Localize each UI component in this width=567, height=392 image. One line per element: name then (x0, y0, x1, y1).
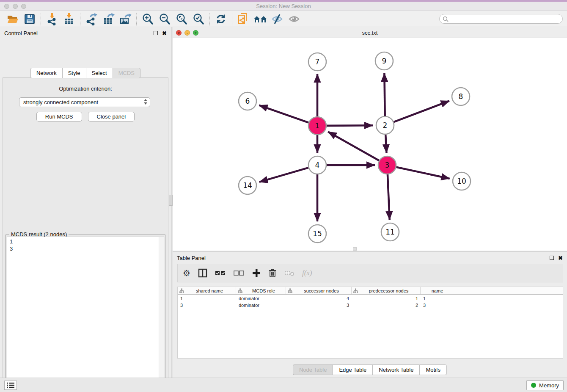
eye-slash-icon (271, 13, 284, 25)
add-column-button[interactable] (252, 267, 261, 279)
column-namespace-icon (179, 288, 184, 293)
edge-4-14[interactable] (259, 168, 308, 182)
function-builder-button[interactable]: f(x) (302, 267, 312, 279)
criterion-value: strongly connected component (23, 99, 98, 105)
columns-icon (198, 268, 207, 278)
splitter-grip[interactable] (169, 195, 173, 206)
column-namespace-icon (353, 288, 358, 293)
zoom-fit-button[interactable] (173, 12, 190, 26)
edge-2-3[interactable] (385, 135, 386, 153)
save-session-button[interactable] (21, 12, 38, 26)
toolbar-separator (41, 13, 41, 25)
optimization-criterion-label: Optimization criterion: (3, 86, 168, 92)
titlebar-accent (0, 0, 567, 2)
export-network-button[interactable] (83, 12, 100, 26)
edge-1-6[interactable] (259, 105, 308, 123)
task-history-button[interactable] (4, 381, 17, 390)
criterion-select[interactable]: strongly connected component (19, 97, 150, 107)
node-label-7: 7 (315, 58, 320, 66)
tab-edge-table[interactable]: Edge Table (333, 364, 372, 375)
cell-predecessor-nodes: 1 (352, 296, 421, 301)
zoom-out-icon (158, 13, 171, 25)
table-row[interactable]: 3 dominator 3 2 3 (178, 302, 563, 309)
column-header-shared-name[interactable]: shared name (178, 287, 236, 294)
toggle-columns-button[interactable] (198, 267, 207, 279)
mcds-result-line: 1 (10, 238, 164, 245)
close-table-panel-icon[interactable]: ✖ (558, 255, 563, 261)
tab-select[interactable]: Select (86, 68, 113, 78)
unchecked-boxes-icon (234, 270, 245, 276)
tab-motifs[interactable]: Motifs (419, 364, 447, 375)
column-header-predecessor-nodes[interactable]: predecessor nodes (352, 287, 421, 294)
node-label-6: 6 (245, 97, 250, 105)
canvas-resize-handle[interactable] (353, 247, 357, 251)
deselect-all-button[interactable] (234, 267, 245, 279)
hide-panels-button[interactable] (269, 12, 286, 26)
node-label-3: 3 (385, 161, 390, 169)
import-table-button[interactable] (61, 12, 77, 26)
search-input[interactable] (451, 16, 562, 22)
zoom-out-button[interactable] (156, 12, 173, 26)
node-label-9: 9 (382, 57, 387, 65)
edge-2-8[interactable] (394, 101, 449, 122)
float-panel-icon[interactable] (154, 31, 158, 35)
node-label-15: 15 (313, 229, 322, 238)
edge-3-1[interactable] (328, 132, 379, 160)
network-graph[interactable]: 7968124314101511 (173, 38, 567, 251)
export-table-button[interactable] (100, 12, 117, 26)
memory-button[interactable]: Memory (526, 380, 564, 390)
node-label-11: 11 (385, 228, 395, 236)
select-all-button[interactable] (215, 267, 226, 279)
column-header-name[interactable]: name (421, 287, 456, 294)
tab-network-table[interactable]: Network Table (372, 364, 419, 375)
close-panel-icon[interactable]: ✖ (162, 30, 167, 36)
edge-3-10[interactable] (396, 167, 450, 179)
network-window-titlebar[interactable]: x - + scc.txt (173, 27, 567, 38)
node-label-10: 10 (457, 177, 466, 185)
home-houses-icon (253, 13, 267, 25)
node-table[interactable]: shared name MCDS role successor nodes pr… (177, 287, 563, 359)
table-settings-button[interactable]: ⚙ (183, 267, 190, 279)
column-namespace-icon (288, 288, 292, 293)
tab-style[interactable]: Style (62, 68, 86, 78)
float-table-panel-icon[interactable] (550, 256, 554, 260)
export-image-button[interactable] (117, 12, 134, 26)
close-panel-button[interactable]: Close panel (88, 112, 135, 121)
cell-name: 3 (421, 303, 456, 308)
open-session-button[interactable] (4, 12, 21, 26)
tab-node-table[interactable]: Node Table (293, 364, 333, 375)
list-icon (6, 382, 15, 389)
table-row[interactable]: 1 dominator 4 1 1 (178, 295, 563, 302)
mcds-result-list[interactable]: 1 3 (7, 237, 164, 392)
edge-1-2[interactable] (327, 125, 373, 126)
delete-column-button[interactable] (268, 267, 277, 279)
column-header-successor-nodes[interactable]: successor nodes (286, 287, 352, 294)
cell-mcds-role: dominator (236, 296, 286, 301)
column-header-mcds-role[interactable]: MCDS role (236, 287, 286, 294)
refresh-layout-button[interactable] (212, 12, 229, 26)
edge-2-9[interactable] (384, 73, 385, 116)
zoom-in-button[interactable] (139, 12, 156, 26)
network-canvas[interactable]: 7968124314101511 (173, 38, 567, 251)
run-mcds-button[interactable]: Run MCDS (36, 112, 82, 121)
network-window-title: scc.txt (173, 30, 567, 36)
tab-network[interactable]: Network (30, 68, 62, 78)
delete-table-button[interactable] (284, 267, 295, 279)
toolbar-separator (136, 13, 137, 25)
node-label-14: 14 (243, 181, 252, 190)
table-toolbar: ⚙ (177, 264, 563, 282)
table-header-row: shared name MCDS role successor nodes pr… (178, 287, 563, 295)
table-tabs: Node Table Edge Table Network Table Moti… (173, 364, 567, 375)
zoom-selected-button[interactable] (190, 12, 207, 26)
clone-network-button[interactable] (235, 12, 252, 26)
zoom-in-icon (141, 13, 154, 25)
import-network-button[interactable] (44, 12, 61, 26)
show-panels-button[interactable] (286, 12, 303, 26)
result-scrollbar[interactable] (159, 237, 164, 392)
search-field[interactable] (439, 14, 563, 24)
cell-mcds-role: dominator (236, 303, 286, 308)
edge-3-11[interactable] (388, 174, 390, 220)
tab-mcds[interactable]: MCDS (113, 68, 140, 78)
home-button[interactable] (252, 12, 269, 26)
cell-predecessor-nodes: 2 (352, 303, 421, 308)
